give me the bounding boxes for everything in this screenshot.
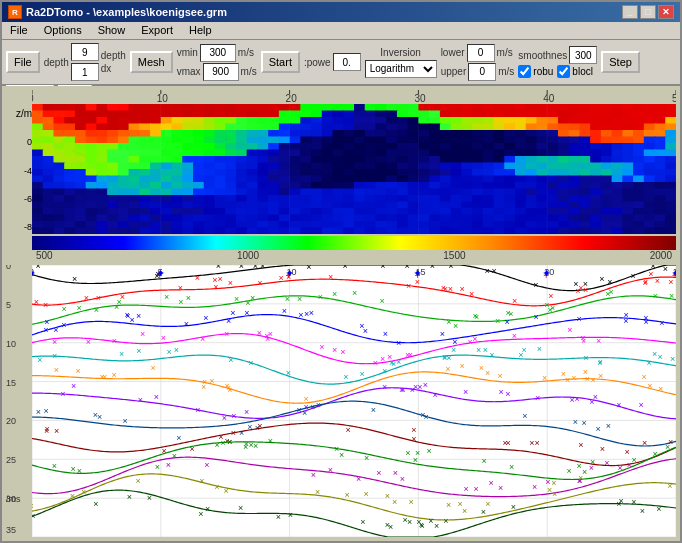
smoothness-input[interactable] [569,46,597,64]
colorbar [32,236,676,250]
depth-input[interactable] [71,43,99,61]
inversion-group: Inversion Logarithm Linear Sqrt [365,47,437,78]
lower-unit: m/s [497,47,513,58]
inversion-label: Inversion [380,47,421,58]
seismogram-canvas [32,265,676,537]
colorbar-section: 500 1000 1500 2000 [32,236,676,261]
title-bar: R Ra2DTomo - \examples\koenigsee.grm _ □… [2,2,680,22]
depth-label2: depth [101,50,126,61]
robu-checkbox-row: robu [518,65,553,78]
power-input[interactable] [333,53,361,71]
vmax-label: vmax [177,66,201,77]
x-axis-top [32,90,676,104]
y-tick-0: 0 [6,137,32,147]
blocl-checkbox-row: blocl [557,65,593,78]
depth-label: depth [44,57,69,68]
y-tick-6: -6 [6,194,32,204]
vmin-unit: m/s [238,47,254,58]
blocl-checkbox[interactable] [557,65,570,78]
file-button[interactable]: File [6,51,40,73]
menu-export[interactable]: Export [137,24,177,37]
power-group: :powe [304,53,361,71]
main-content: x/m z/m 0 -4 -6 -8 [2,86,680,541]
minimize-button[interactable]: _ [622,5,638,19]
upper-unit: m/s [498,66,514,77]
dx-input[interactable] [71,63,99,81]
start-button[interactable]: Start [261,51,300,73]
seismogram-plot [32,265,676,537]
inversion-select[interactable]: Logarithm Linear Sqrt [365,60,437,78]
menu-show[interactable]: Show [94,24,130,37]
y-label-tomo: z/m [6,108,32,119]
seismogram-container [6,265,676,537]
tomogram-canvas [32,104,676,234]
vmin-label: vmin [177,47,198,58]
robu-label: robu [533,66,553,77]
close-button[interactable]: ✕ [658,5,674,19]
y-axis-tomo: z/m 0 -4 -6 -8 [6,104,32,236]
mesh-button[interactable]: Mesh [130,51,173,73]
cb-label-500: 500 [36,250,53,261]
smoothness-group: smoothnes robu blocl [518,46,597,78]
step-button[interactable]: Step [601,51,640,73]
tomogram-row: z/m 0 -4 -6 -8 [6,104,676,236]
window-controls: _ □ ✕ [622,5,674,19]
y-tick-8: -8 [6,222,32,232]
y-axis-seismo [6,265,32,537]
dx-label: dx [101,63,126,74]
menu-bar: File Options Show Export Help [2,22,680,40]
tomogram-container: x/m z/m 0 -4 -6 -8 [6,90,676,261]
lower-upper-group: lower m/s upper m/s [441,44,515,81]
power-label: :powe [304,57,331,68]
smoothness-label: smoothnes [518,50,567,61]
lower-input[interactable] [467,44,495,62]
lower-label: lower [441,47,465,58]
vmax-input[interactable] [203,63,239,81]
cb-label-1500: 1500 [443,250,465,261]
app-icon: R [8,5,22,19]
main-window: R Ra2DTomo - \examples\koenigsee.grm _ □… [0,0,682,543]
colorbar-labels: 500 1000 1500 2000 [32,250,676,261]
menu-options[interactable]: Options [40,24,86,37]
menu-file[interactable]: File [6,24,32,37]
vmin-input[interactable] [200,44,236,62]
upper-label: upper [441,66,467,77]
menu-help[interactable]: Help [185,24,216,37]
vmax-unit: m/s [241,66,257,77]
depth-dx-group: depth depth dx [44,43,126,81]
tomogram-plot [32,104,676,236]
x-axis-top-row: x/m [32,90,676,104]
window-title: Ra2DTomo - \examples\koenigsee.grm [26,6,227,18]
robu-checkbox[interactable] [518,65,531,78]
cb-label-2000: 2000 [650,250,672,261]
upper-input[interactable] [468,63,496,81]
maximize-button[interactable]: □ [640,5,656,19]
y-tick-4: -4 [6,166,32,176]
vmin-vmax-group: vmin m/s vmax m/s [177,44,257,81]
cb-label-1000: 1000 [237,250,259,261]
blocl-label: blocl [572,66,593,77]
toolbar: File depth depth dx Mesh vmin m/s vmax [2,40,680,86]
